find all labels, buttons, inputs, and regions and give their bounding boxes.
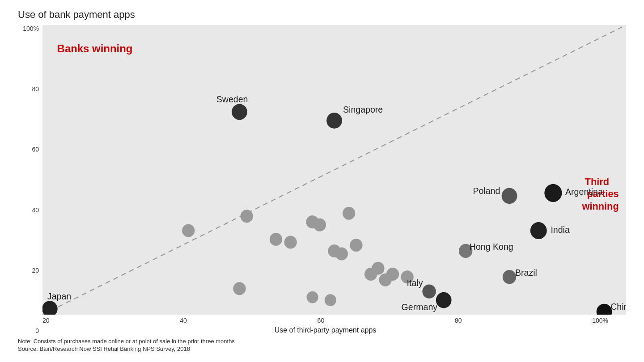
svg-point-14 <box>350 239 362 252</box>
svg-line-0 <box>42 25 626 315</box>
svg-point-20 <box>233 282 246 295</box>
svg-text:Argentina: Argentina <box>565 187 603 197</box>
x-tick: 20 <box>42 317 50 324</box>
svg-point-18 <box>386 268 399 281</box>
svg-text:Banks winning: Banks winning <box>57 42 133 55</box>
y-tick: 100% <box>23 25 39 32</box>
svg-text:Third: Third <box>585 176 609 187</box>
svg-text:Sweden: Sweden <box>216 94 248 104</box>
x-tick: 100% <box>592 317 608 324</box>
svg-point-39 <box>436 292 452 308</box>
svg-point-29 <box>544 184 562 202</box>
svg-point-5 <box>182 224 195 237</box>
y-axis-ticks: 100%806040200 <box>18 25 42 334</box>
svg-point-6 <box>241 210 253 223</box>
svg-point-7 <box>270 233 282 246</box>
svg-point-33 <box>530 222 547 239</box>
y-tick: 40 <box>32 206 39 214</box>
svg-point-25 <box>326 113 342 129</box>
svg-text:Italy: Italy <box>407 278 423 288</box>
plot-area: Banks winning Third parties winning <box>42 25 626 315</box>
svg-point-10 <box>314 219 326 232</box>
svg-point-13 <box>343 207 355 220</box>
x-tick: 40 <box>180 317 187 324</box>
svg-text:India: India <box>551 225 570 235</box>
svg-point-41 <box>503 270 516 284</box>
svg-text:Brazil: Brazil <box>515 268 537 278</box>
svg-point-22 <box>325 294 336 306</box>
svg-point-8 <box>284 236 297 248</box>
svg-point-23 <box>232 104 247 120</box>
svg-point-37 <box>422 285 436 299</box>
svg-point-16 <box>372 262 384 275</box>
y-tick: 80 <box>32 85 39 93</box>
svg-text:Singapore: Singapore <box>343 104 383 114</box>
x-axis-label: Use of third-party payment apps <box>275 326 377 334</box>
svg-text:winning: winning <box>582 201 619 212</box>
svg-text:China: China <box>610 302 626 311</box>
svg-text:Germany: Germany <box>402 302 438 312</box>
x-axis-label-area: Use of third-party payment apps <box>42 324 626 334</box>
x-axis-ticks: 20406080100% <box>42 315 626 324</box>
y-tick: 20 <box>32 267 39 274</box>
y-tick: 60 <box>32 146 39 153</box>
svg-text:Poland: Poland <box>473 185 500 195</box>
svg-point-31 <box>502 188 517 204</box>
svg-point-12 <box>335 247 348 260</box>
scatter-svg: Banks winning Third parties winning <box>42 25 626 315</box>
footnote-1: Note: Consists of purchases made online … <box>18 338 626 345</box>
chart-title: Use of bank payment apps <box>18 9 626 21</box>
svg-point-27 <box>42 301 58 315</box>
svg-text:Hong Kong: Hong Kong <box>470 242 513 252</box>
x-tick: 80 <box>455 317 462 324</box>
svg-text:Japan: Japan <box>47 291 71 301</box>
svg-point-43 <box>597 304 612 315</box>
svg-point-21 <box>307 291 318 303</box>
footnotes: Note: Consists of purchases made online … <box>18 338 626 353</box>
x-tick: 60 <box>318 317 325 324</box>
footnote-2: Source: Bain/Research Now SSI Retail Ban… <box>18 345 626 352</box>
y-tick: 0 <box>35 327 39 334</box>
